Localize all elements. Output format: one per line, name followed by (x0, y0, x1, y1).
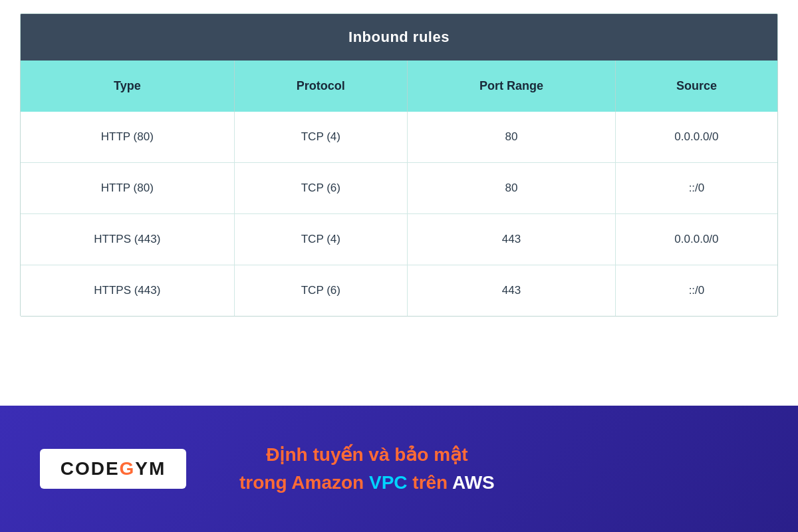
cell-protocol-3: TCP (6) (234, 265, 407, 317)
cell-port_range-3: 443 (408, 265, 616, 317)
table-title: Inbound rules (21, 14, 777, 61)
table-wrapper: Inbound rules Type Protocol Port Range S… (20, 13, 778, 317)
cell-port_range-1: 80 (408, 163, 616, 214)
cell-protocol-1: TCP (6) (234, 163, 407, 214)
logo-ym: YM (135, 458, 166, 479)
table-body: HTTP (80)TCP (4)800.0.0.0/0HTTP (80)TCP … (21, 112, 777, 316)
logo-text: CODEGYM (61, 458, 166, 479)
footer-title-vpc: VPC (369, 472, 408, 493)
cell-protocol-2: TCP (4) (234, 214, 407, 265)
footer-title-line2-part1: trong Amazon (239, 472, 369, 493)
table-row: HTTP (80)TCP (6)80::/0 (21, 163, 777, 214)
cell-type-3: HTTPS (443) (21, 265, 234, 317)
cell-source-2: 0.0.0.0/0 (615, 214, 777, 265)
table-header-row: Type Protocol Port Range Source (21, 61, 777, 112)
footer-section: CODEGYM Định tuyến và bảo mật trong Amaz… (0, 406, 798, 532)
cell-source-0: 0.0.0.0/0 (615, 112, 777, 163)
table-row: HTTPS (443)TCP (4)4430.0.0.0/0 (21, 214, 777, 265)
col-header-type: Type (21, 61, 234, 112)
table-title-row: Inbound rules (21, 14, 777, 61)
cell-source-3: ::/0 (615, 265, 777, 317)
footer-title-aws: AWS (452, 472, 495, 493)
table-row: HTTP (80)TCP (4)800.0.0.0/0 (21, 112, 777, 163)
footer-title-line2: trong Amazon VPC trên AWS (239, 469, 495, 497)
footer-title: Định tuyến và bảo mật trong Amazon VPC t… (239, 441, 495, 497)
cell-protocol-0: TCP (4) (234, 112, 407, 163)
table-section: Inbound rules Type Protocol Port Range S… (0, 0, 798, 406)
inbound-table: Inbound rules Type Protocol Port Range S… (21, 14, 777, 316)
table-row: HTTPS (443)TCP (6)443::/0 (21, 265, 777, 317)
cell-type-0: HTTP (80) (21, 112, 234, 163)
main-container: Inbound rules Type Protocol Port Range S… (0, 0, 798, 532)
footer-title-line2-part2: trên (408, 472, 452, 493)
logo-g: G (120, 458, 136, 479)
col-header-protocol: Protocol (234, 61, 407, 112)
cell-port_range-2: 443 (408, 214, 616, 265)
cell-port_range-0: 80 (408, 112, 616, 163)
logo-container: CODEGYM (40, 449, 186, 489)
cell-type-1: HTTP (80) (21, 163, 234, 214)
col-header-source: Source (615, 61, 777, 112)
cell-source-1: ::/0 (615, 163, 777, 214)
cell-type-2: HTTPS (443) (21, 214, 234, 265)
footer-title-line1: Định tuyến và bảo mật (239, 441, 495, 469)
col-header-port-range: Port Range (408, 61, 616, 112)
logo-code: CODE (61, 458, 120, 479)
